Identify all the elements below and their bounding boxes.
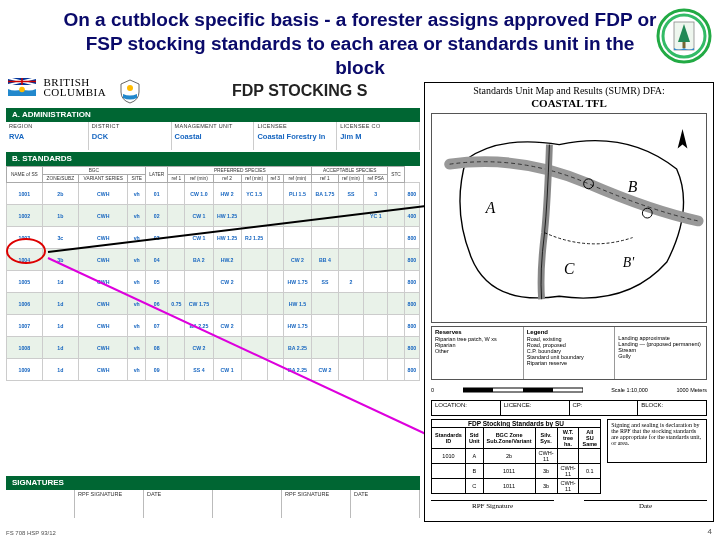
admin-licensee: LICENSEECoastal Forestry In: [254, 122, 337, 150]
form-logo-area: BRITISH COLUMBIA: [8, 78, 141, 104]
form-title: FDP STOCKING S: [232, 82, 367, 100]
svg-text:B: B: [628, 178, 638, 195]
sumr-location-row: LOCATION: LICENCE: CP: BLOCK:: [431, 400, 707, 416]
svg-rect-18: [523, 388, 553, 392]
admin-region: REGIONRVA: [6, 122, 89, 150]
table-row: 10043bCWHvh04BA 2HW.2CW 2BB 4800: [7, 249, 420, 271]
svg-rect-3: [683, 42, 686, 48]
table-row: 10071dCWHvh07BA 2.25CW 2HW 1.75800: [7, 315, 420, 337]
section-a-bar: A. ADMINISTRATION: [6, 108, 420, 122]
admin-row: REGIONRVA DISTRICTDCK MANAGEMENT UNITCoa…: [6, 122, 420, 150]
slide-title: On a cutblock specific basis - a foreste…: [0, 0, 720, 85]
svg-text:A: A: [485, 199, 496, 216]
declaration-text: Signing and sealing is declaration by th…: [607, 419, 707, 463]
bc-flag-icon: [8, 78, 36, 96]
table-row: 1010A2bCWH-11: [432, 449, 601, 464]
admin-district: DISTRICTDCK: [89, 122, 172, 150]
table-row: 10033cCWHvh03CW 1HW 1.25RJ 1.25800: [7, 227, 420, 249]
highlight-circle-ss1001: [6, 238, 46, 264]
sumr-subtitle: COASTAL TFL: [425, 97, 713, 109]
standards-table: NAME of SS BGC LATER PREFERRED SPECIES A…: [6, 166, 420, 381]
svg-point-6: [19, 87, 25, 93]
signatures-row: RPF SIGNATURE DATE RPF SIGNATURE DATE: [6, 490, 420, 518]
sumr-signature-panel: RPF Signature Date: [431, 500, 707, 510]
svg-text:B': B': [623, 255, 635, 270]
admin-mgmt-unit: MANAGEMENT UNITCoastal: [172, 122, 255, 150]
table-row: B10113bCWH-110.1: [432, 464, 601, 479]
bc-coat-of-arms-icon: [119, 78, 141, 104]
table-row: 10061dCWHvh060.75CW 1.75HW 1.5800: [7, 293, 420, 315]
sumr-map: A B B' C: [431, 113, 707, 323]
signatures-bar: SIGNATURES: [6, 476, 420, 490]
section-b-bar: B. STANDARDS: [6, 152, 420, 166]
table-row: 10021bCWHvh02CW 1HW 1.25YC 1400: [7, 205, 420, 227]
sumr-panel: Standards Unit Map and Results (SUMR) DF…: [424, 82, 714, 522]
table-row: 10081dCWHvh08CW 2BA 2.25800: [7, 337, 420, 359]
admin-licensee-co: LICENSEE COJim M: [337, 122, 420, 150]
su-table-title: FDP Stocking Standards by SU: [431, 419, 601, 427]
sumr-map-svg: A B B' C: [432, 114, 706, 322]
table-row: C10113bCWH-11: [432, 479, 601, 494]
sumr-scalebar: 0 Scale 1:10,000 1000 Meters: [431, 383, 707, 397]
svg-rect-17: [463, 388, 493, 392]
svg-text:C: C: [564, 260, 575, 277]
table-row: 10091dCWHvh09SS 4CW 1BA 2.25CW 2800: [7, 359, 420, 381]
form-code: FS 708 HSP 93/12: [6, 530, 56, 536]
page-number: 4: [708, 527, 712, 536]
bc-wm-line2: COLUMBIA: [43, 86, 106, 98]
bc-wordmark: BRITISH COLUMBIA: [8, 78, 106, 100]
su-table: Standards ID Std Unit BGC Zone Sub.Zone/…: [431, 427, 601, 494]
forest-service-crest-icon: [656, 8, 712, 64]
svg-point-7: [127, 85, 133, 91]
sumr-legend: Reserves Riparian tree patch, W xs Ripar…: [431, 326, 707, 380]
table-row: 10051dCWHvh05CW 2HW 1.75SS2800: [7, 271, 420, 293]
sumr-title: Standards Unit Map and Results (SUMR) DF…: [425, 83, 713, 96]
table-row: 10012bCWHvh01CW 1.0HW 2YC 1.5PLI 1.5BA 1…: [7, 183, 420, 205]
